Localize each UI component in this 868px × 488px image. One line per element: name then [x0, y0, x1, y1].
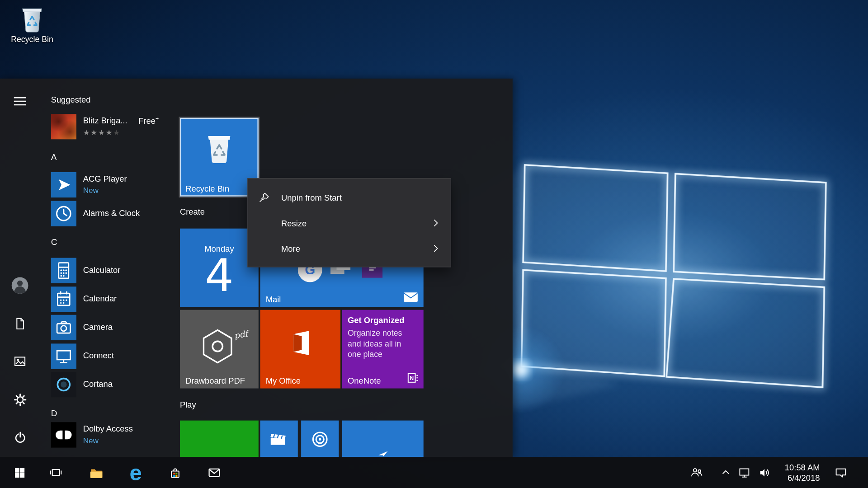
- context-item-unpin-from-start[interactable]: Unpin from Start: [248, 185, 451, 210]
- tile-movies-clapper[interactable]: [260, 421, 298, 457]
- dolby-access-icon: [51, 422, 76, 447]
- start-button[interactable]: [3, 457, 35, 488]
- network-button[interactable]: [735, 457, 755, 488]
- tile-label: OneNote: [348, 375, 381, 385]
- tile-onenote[interactable]: Get Organized Organize notes and ideas a…: [342, 310, 424, 389]
- suggested-app-blitz-brigade[interactable]: Blitz Briga... Free+ ★★★★★: [51, 114, 195, 141]
- network-icon: [738, 466, 751, 479]
- app-list-item-alarms-clock[interactable]: Alarms & Clock: [51, 201, 195, 227]
- task-view-icon: [49, 466, 62, 479]
- new-badge: New: [83, 186, 99, 195]
- desktop-icon-recycle-bin[interactable]: Recycle Bin: [7, 5, 58, 44]
- app-list-item-cortana[interactable]: Cortana: [51, 372, 195, 399]
- section-header-c[interactable]: C: [51, 236, 173, 249]
- volume-button[interactable]: [755, 457, 774, 488]
- tile-bullseye[interactable]: [301, 421, 339, 457]
- alarms-clock-icon: [51, 201, 76, 226]
- taskbar: e: [0, 457, 868, 488]
- app-name: Calendar: [83, 294, 117, 303]
- clock-button[interactable]: 10:58 AM 6/4/2018: [774, 457, 822, 488]
- settings-button[interactable]: [7, 386, 33, 413]
- microsoft-store-button[interactable]: [159, 457, 191, 488]
- suggested-header: Suggested: [51, 93, 173, 106]
- chevron-up-icon: [720, 467, 731, 478]
- edge-icon: e: [129, 459, 142, 486]
- camera-icon: [51, 315, 76, 340]
- tile-green-partial[interactable]: [180, 421, 259, 457]
- context-item-resize[interactable]: Resize: [248, 210, 451, 235]
- blitz-brigade-icon: [51, 114, 76, 139]
- power-icon: [13, 430, 27, 444]
- tile-label: Recycle Bin: [185, 184, 229, 193]
- file-explorer-icon: [89, 465, 104, 480]
- document-icon: [13, 317, 26, 330]
- app-name: Connect: [83, 351, 114, 360]
- tile-my-office[interactable]: My Office: [260, 310, 341, 389]
- section-header-a[interactable]: A: [51, 150, 173, 164]
- user-account-button[interactable]: [7, 272, 33, 299]
- partial-tile-icon: [377, 448, 389, 457]
- tile-recycle-bin[interactable]: Recycle Bin: [180, 118, 259, 197]
- store-icon: [168, 465, 182, 479]
- app-list-item-connect[interactable]: Connect: [51, 343, 195, 370]
- tile-group-label-create[interactable]: Create: [180, 205, 205, 218]
- app-name: Cortana: [83, 379, 113, 389]
- unpin-icon: [258, 192, 273, 204]
- calculator-icon: [51, 258, 76, 283]
- recycle-bin-icon: [19, 5, 45, 33]
- new-badge: New: [83, 436, 99, 445]
- app-name: Calculator: [83, 265, 121, 275]
- people-button[interactable]: [685, 457, 709, 488]
- app-list-item-calculator[interactable]: Calculator: [51, 258, 195, 285]
- start-menu: Suggested Blitz Briga... Free+ ★★★★★ A A…: [0, 79, 513, 457]
- star-rating: ★★★★★: [83, 128, 121, 137]
- pictures-button[interactable]: [7, 348, 33, 375]
- pdf-script-text: pdf: [233, 328, 249, 341]
- windows-desktop: Recycle Bin: [0, 0, 868, 488]
- tile-calendar[interactable]: Monday 4: [180, 229, 259, 307]
- power-button[interactable]: [7, 424, 33, 450]
- viewport: Recycle Bin: [0, 0, 868, 488]
- desktop-icon-label: Recycle Bin: [7, 35, 58, 44]
- context-item-label: More: [281, 244, 300, 253]
- office-logo-icon: [284, 326, 317, 359]
- edge-browser-button[interactable]: e: [119, 457, 151, 488]
- section-header-d[interactable]: D: [51, 407, 173, 420]
- task-view-button[interactable]: [40, 457, 72, 488]
- tile-blue-partial[interactable]: [342, 421, 424, 457]
- documents-button[interactable]: [7, 310, 33, 337]
- app-list-item-acg-player[interactable]: ACG Player New: [51, 172, 195, 199]
- tile-drawboard-pdf[interactable]: pdf Drawboard PDF: [180, 310, 259, 389]
- clock-time: 10:58 AM: [785, 462, 820, 472]
- submenu-chevron-icon: [431, 243, 441, 254]
- suggested-app-name: Blitz Briga...: [83, 116, 127, 125]
- context-item-label: Resize: [281, 218, 307, 228]
- app-list-item-calendar[interactable]: Calendar: [51, 286, 195, 313]
- mail-envelope-icon: [404, 292, 418, 302]
- hamburger-menu-button[interactable]: [7, 88, 33, 115]
- onenote-body-text: Organize notes and ideas all in one plac…: [348, 328, 414, 360]
- windows-logo-icon: [14, 467, 24, 478]
- app-name: Camera: [83, 322, 113, 332]
- speaker-icon: [758, 466, 771, 479]
- action-center-icon: [834, 466, 847, 479]
- app-list-item-dolby-access[interactable]: Dolby Access New: [51, 422, 195, 449]
- gear-icon: [13, 393, 27, 407]
- calendar-icon: [51, 286, 76, 312]
- recycle-bin-tile-icon: [204, 131, 234, 164]
- tile-group-label-play[interactable]: Play: [180, 399, 196, 412]
- mail-icon: [207, 465, 222, 480]
- connect-icon: [51, 343, 76, 369]
- app-name: ACG Player: [83, 174, 127, 183]
- tray-overflow-button[interactable]: [715, 457, 736, 488]
- context-item-more[interactable]: More: [248, 236, 451, 261]
- acg-player-icon: [51, 172, 76, 197]
- file-explorer-button[interactable]: [80, 457, 113, 488]
- submenu-chevron-icon: [431, 217, 441, 228]
- app-list-item-camera[interactable]: Camera: [51, 315, 195, 342]
- app-name: Dolby Access: [83, 424, 133, 433]
- calendar-day-number: 4: [180, 251, 259, 300]
- suggested-app-price: Free+: [138, 116, 159, 126]
- mail-app-button[interactable]: [198, 457, 230, 488]
- action-center-button[interactable]: [828, 457, 854, 488]
